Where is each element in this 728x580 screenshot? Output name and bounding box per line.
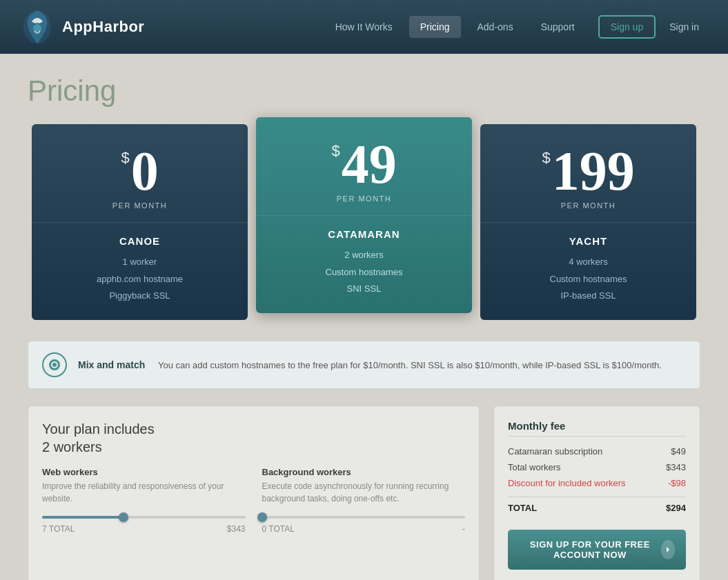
summary-label-workers: Total workers bbox=[508, 462, 561, 472]
yacht-feature-1: 4 workers bbox=[494, 254, 682, 271]
web-workers-total: 7 TOTAL bbox=[42, 524, 75, 534]
canoe-price-amount: $ 0 bbox=[46, 143, 234, 199]
canoe-price-number: 0 bbox=[131, 143, 159, 199]
nav-support[interactable]: Support bbox=[530, 16, 586, 38]
plan-canoe[interactable]: $ 0 PER MONTH CANOE 1 worker apphb.com h… bbox=[32, 124, 248, 320]
bg-workers-thumb[interactable] bbox=[257, 512, 267, 522]
brand-name: AppHarbor bbox=[62, 18, 144, 36]
signup-button[interactable]: Sign up bbox=[598, 15, 656, 39]
canoe-feature-1: 1 worker bbox=[46, 254, 234, 271]
bg-workers-title: Background workers bbox=[262, 467, 466, 477]
pricing-cards: $ 0 PER MONTH CANOE 1 worker apphb.com h… bbox=[28, 124, 700, 320]
canoe-price-section: $ 0 PER MONTH bbox=[32, 124, 248, 222]
yacht-name: YACHT bbox=[494, 235, 682, 247]
plan-yacht[interactable]: $ 199 PER MONTH YACHT 4 workers Custom h… bbox=[480, 124, 696, 320]
yacht-price-amount: $ 199 bbox=[494, 143, 682, 199]
canoe-name: CANOE bbox=[46, 235, 234, 247]
summary-title: Monthly fee bbox=[508, 420, 686, 437]
bg-workers-footer: 0 TOTAL - bbox=[262, 524, 466, 534]
app-logo bbox=[21, 8, 54, 46]
canoe-feature-2: apphb.com hostname bbox=[46, 271, 234, 288]
summary-section: Monthly fee Catamaran subscription $49 T… bbox=[493, 406, 700, 580]
workers-title: Your plan includes 2 workers bbox=[42, 420, 465, 456]
web-workers-thumb[interactable] bbox=[119, 512, 128, 522]
web-workers-desc: Improve the reliability and responsivene… bbox=[42, 480, 246, 505]
workers-cols: Web workers Improve the reliability and … bbox=[42, 467, 465, 534]
signin-button[interactable]: Sign in bbox=[661, 17, 707, 37]
yacht-period: PER MONTH bbox=[494, 201, 682, 210]
canoe-period: PER MONTH bbox=[46, 201, 234, 210]
web-workers-fill bbox=[42, 516, 124, 519]
yacht-price-section: $ 199 PER MONTH bbox=[480, 124, 696, 222]
catamaran-price-section: $ 49 PER MONTH bbox=[256, 117, 472, 215]
workers-section: Your plan includes 2 workers Web workers… bbox=[28, 406, 480, 580]
yacht-details: YACHT 4 workers Custom hostnames IP-base… bbox=[480, 222, 696, 320]
plan-catamaran[interactable]: $ 49 PER MONTH CATAMARAN 2 workers Custo… bbox=[256, 117, 472, 313]
summary-row-total: TOTAL $294 bbox=[508, 497, 686, 513]
catamaran-dollar: $ bbox=[331, 142, 340, 160]
web-workers-price: $343 bbox=[227, 524, 246, 534]
catamaran-period: PER MONTH bbox=[270, 194, 458, 203]
cta-button[interactable]: SIGN UP FOR YOUR FREE ACCOUNT NOW bbox=[508, 530, 686, 570]
web-workers-title: Web workers bbox=[42, 467, 246, 477]
summary-value-discount: -$98 bbox=[668, 478, 686, 488]
yacht-feature-2: Custom hostnames bbox=[494, 271, 682, 288]
canoe-details: CANOE 1 worker apphb.com hostname Piggyb… bbox=[32, 222, 248, 320]
canoe-feature-3: Piggyback SSL bbox=[46, 288, 234, 305]
summary-value-workers: $343 bbox=[666, 462, 686, 472]
mix-match-title: Mix and match bbox=[78, 359, 147, 370]
catamaran-price-number: 49 bbox=[342, 137, 397, 192]
web-workers-footer: 7 TOTAL $343 bbox=[42, 524, 246, 534]
nav-how-it-works[interactable]: How It Works bbox=[324, 16, 404, 38]
summary-row-subscription: Catamaran subscription $49 bbox=[508, 446, 686, 457]
brand: AppHarbor bbox=[21, 8, 144, 46]
navbar: AppHarbor How It Works Pricing Add-ons S… bbox=[0, 0, 728, 54]
workers-title-line1: Your plan includes bbox=[42, 421, 155, 437]
page-title: Pricing bbox=[28, 74, 700, 108]
nav-addons[interactable]: Add-ons bbox=[466, 16, 524, 38]
bg-workers-slider[interactable] bbox=[262, 516, 466, 519]
mix-match-inner-icon bbox=[49, 359, 60, 370]
summary-label-subscription: Catamaran subscription bbox=[508, 446, 602, 457]
yacht-dollar: $ bbox=[542, 149, 550, 167]
bg-workers-desc: Execute code asynchronously for running … bbox=[262, 480, 466, 505]
nav-links: How It Works Pricing Add-ons Support Sig… bbox=[324, 15, 707, 39]
mix-match-box: Mix and match You can add custom hostnam… bbox=[28, 341, 700, 389]
yacht-price-number: 199 bbox=[552, 143, 635, 199]
cta-label: SIGN UP FOR YOUR FREE ACCOUNT NOW bbox=[519, 539, 661, 560]
mix-match-icon bbox=[42, 352, 67, 377]
catamaran-details: CATAMARAN 2 workers Custom hostnames SNI… bbox=[256, 215, 472, 313]
summary-row-discount: Discount for included workers -$98 bbox=[508, 478, 686, 488]
summary-value-total: $294 bbox=[666, 503, 686, 513]
bg-workers-price: - bbox=[462, 524, 465, 534]
cta-arrow-icon bbox=[661, 540, 675, 559]
page-content: Pricing $ 0 PER MONTH CANOE 1 worker app… bbox=[0, 54, 728, 580]
catamaran-feature-1: 2 workers bbox=[270, 247, 458, 264]
nav-pricing[interactable]: Pricing bbox=[409, 16, 461, 38]
web-workers-track bbox=[42, 516, 246, 519]
bg-workers-total: 0 TOTAL bbox=[262, 524, 295, 534]
workers-title-line2: 2 workers bbox=[42, 439, 102, 454]
summary-row-workers: Total workers $343 bbox=[508, 462, 686, 472]
catamaran-feature-2: Custom hostnames bbox=[270, 264, 458, 281]
catamaran-price-amount: $ 49 bbox=[270, 137, 458, 192]
mix-match-text: You can add custom hostnames to the free… bbox=[158, 360, 662, 370]
bg-workers-col: Background workers Execute code asynchro… bbox=[262, 467, 466, 534]
canoe-dollar: $ bbox=[121, 149, 129, 167]
web-workers-col: Web workers Improve the reliability and … bbox=[42, 467, 246, 534]
yacht-feature-3: IP-based SSL bbox=[494, 288, 682, 305]
catamaran-name: CATAMARAN bbox=[270, 228, 458, 240]
summary-label-discount: Discount for included workers bbox=[508, 478, 626, 488]
web-workers-slider[interactable] bbox=[42, 516, 246, 519]
summary-value-subscription: $49 bbox=[671, 446, 686, 457]
summary-label-total: TOTAL bbox=[508, 503, 537, 513]
bottom-section: Your plan includes 2 workers Web workers… bbox=[28, 406, 700, 580]
catamaran-feature-3: SNI SSL bbox=[270, 281, 458, 298]
bg-workers-track bbox=[262, 516, 466, 519]
